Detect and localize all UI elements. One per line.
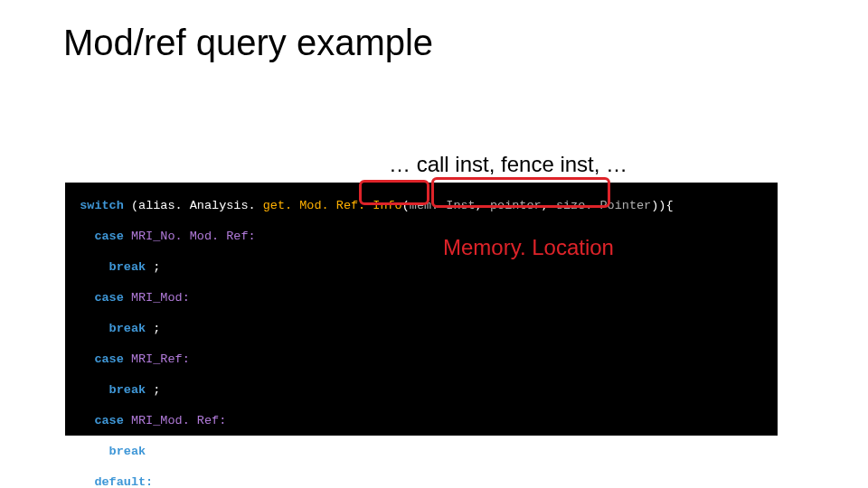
slide: Mod/ref query example … call inst, fence… [0, 0, 868, 488]
annotation-top: … call inst, fence inst, … [389, 152, 627, 177]
slide-title: Mod/ref query example [63, 23, 433, 63]
alias-analysis: alias. Analysis. [138, 199, 256, 212]
annotation-memory-location: Memory. Location [443, 235, 614, 260]
paren-open: ( [131, 199, 138, 212]
kw-case-2: case [94, 291, 123, 305]
kw-case-1: case [94, 230, 123, 243]
kw-default: default: [94, 475, 153, 488]
mri-nomodref: MRI_No. Mod. Ref: [131, 230, 256, 243]
mri-mod: MRI_Mod: [131, 291, 190, 305]
highlight-box-pointer-size [431, 177, 610, 208]
highlight-box-meminst [359, 180, 429, 205]
kw-case-4: case [94, 414, 123, 427]
code-block: switch (alias. Analysis. get. Mod. Ref. … [65, 183, 778, 436]
kw-break-3: break [109, 383, 146, 397]
kw-switch: switch [80, 199, 124, 212]
kw-break-2: break [109, 322, 146, 335]
switch-close: )){ [651, 199, 673, 212]
kw-break-1: break [109, 260, 146, 274]
kw-break-4: break [109, 445, 146, 458]
mri-modref: MRI_Mod. Ref: [131, 414, 226, 427]
kw-case-3: case [94, 352, 123, 366]
mri-ref: MRI_Ref: [131, 352, 190, 366]
